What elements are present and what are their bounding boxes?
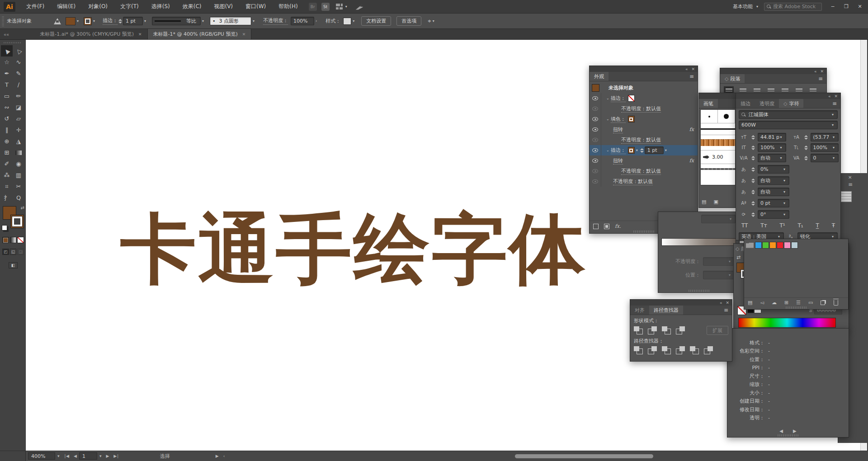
stroke-weight-field[interactable]: 1 pt [123,17,143,25]
swap-fill-stroke-icon[interactable]: ⇄ [21,205,24,210]
gradient-tool[interactable] [13,147,24,158]
menu-item-2[interactable]: 对象(O) [82,0,114,14]
chevron-down-icon[interactable]: ▾ [77,19,79,23]
chevron-down-icon[interactable]: ▾ [833,135,835,139]
appearance-row-2[interactable]: 不透明度：默认值 [590,103,698,114]
document-tab-0[interactable]: 未标题-1.ai* @ 300% (CMYK/GPU 预览)✕ [34,29,147,39]
gradient-type-dropdown[interactable]: ▾ [701,215,736,223]
color-spectrum[interactable] [738,318,836,328]
brush-definition[interactable]: •3 点圆形 [210,17,251,25]
preferences-button[interactable]: 首选项 [396,16,421,26]
close-icon[interactable]: ✕ [820,69,824,74]
chevron-down-icon[interactable]: ▾ [202,19,204,23]
expand-chevron-icon[interactable]: ⌄ [606,117,609,121]
default-fill-stroke-icon[interactable] [2,225,7,230]
font-size-field[interactable]: 44.81 p▾ [758,133,786,141]
char-style-button-5[interactable]: Ŧ [832,222,835,229]
visibility-toggle[interactable] [590,114,601,124]
magic-wand-tool[interactable]: ☆ [1,56,13,68]
menu-item-3[interactable]: 文字(T) [114,0,145,14]
direct-selection-tool[interactable]: △ [13,45,24,56]
close-icon[interactable]: ✕ [691,67,695,71]
brush-charcoal-orange[interactable] [701,135,735,151]
menu-item-8[interactable]: 帮助(H) [272,0,304,14]
proportional-spacing-stepper[interactable] [751,167,755,172]
eyedropper-tool[interactable]: ✐ [1,158,13,169]
insert-space-left-field[interactable]: 自动▾ [758,176,789,185]
expand-chevron-icon[interactable]: ⌄ [606,148,609,152]
swatches-footer-icon-0[interactable]: ▤ [748,300,752,306]
shaper-tool[interactable]: ∾ [1,102,13,113]
stroke-weight-stepper[interactable] [118,19,122,24]
pathfinder-button-1[interactable] [648,346,657,354]
menu-item-6[interactable]: 视图(V) [208,0,239,14]
stroke-color-swatch[interactable] [84,17,92,25]
close-icon[interactable]: ✕ [726,301,729,305]
expand-button[interactable]: 扩展 [707,326,728,335]
appearance-row-0[interactable]: 未选择对象 [590,83,698,93]
new-stroke-icon[interactable] [593,224,599,229]
swatch-library-grid-icon[interactable] [841,191,852,202]
collapse-icon[interactable]: « [814,69,817,74]
tab-pathfinder[interactable]: 路径查找器 [649,306,683,315]
chevron-down-icon[interactable]: ▾ [833,156,835,160]
window-maximize-button[interactable]: ❒ [840,2,853,12]
none-swatch[interactable] [628,95,635,102]
gradient-slider[interactable] [661,238,736,246]
close-icon[interactable]: ✕ [848,175,852,180]
effect-fx-icon[interactable]: fx [689,127,694,132]
puppet-warp-tool[interactable]: ✛ [13,124,24,136]
char-style-button-1[interactable]: Tᴛ [760,222,767,229]
stroke-label[interactable]: 描边： [103,17,118,25]
appearance-row-1[interactable]: ⌄描边： [590,93,698,103]
vertical-scale-field[interactable]: 100%▾ [758,143,786,152]
window-close-button[interactable]: ✕ [854,2,866,12]
swatch-1[interactable] [762,242,769,249]
tracking-stepper[interactable] [804,156,808,160]
character-rotation-field[interactable]: 0°▾ [758,210,789,219]
shape-mode-button-1[interactable] [648,326,657,334]
char-style-button-3[interactable]: T₁ [797,222,803,229]
draw-inside-button[interactable]: ◲ [17,249,24,255]
shape-mode-button-0[interactable] [634,326,643,334]
panel-menu-icon[interactable]: ≡ [832,100,837,107]
stroke-weight-stepper[interactable] [640,148,644,153]
color-mode-button[interactable] [2,237,9,243]
document-tab-1[interactable]: 未标题-1* @ 400% (RGB/GPU 预览)✕ [148,29,252,39]
tab-brushes[interactable]: 画笔 [699,99,718,108]
draw-normal-button[interactable]: ◰ [2,249,9,255]
chevron-down-icon[interactable]: ▾ [780,156,782,160]
menu-item-5[interactable]: 效果(C) [176,0,208,14]
panel-menu-icon[interactable]: ≡ [689,73,694,80]
mesh-tool[interactable]: ⊞ [1,147,13,158]
tab-transparency[interactable]: 透明度 [755,99,779,108]
effect-fx-icon[interactable]: fx [689,158,694,164]
rotate-tool[interactable]: ↺ [1,113,13,124]
type-tool[interactable]: T [1,79,13,90]
chevron-down-icon[interactable]: ▾ [783,201,785,205]
opacity-label[interactable]: 不透明度： [263,17,288,25]
swatches-footer-icon-5[interactable]: ▭ [808,300,813,306]
collapse-icon[interactable]: « [828,94,831,99]
tab-paragraph[interactable]: ◇段落 [720,74,745,83]
visibility-toggle[interactable] [590,155,601,166]
resize-grip[interactable] [778,434,798,437]
pathfinder-button-2[interactable] [662,346,671,354]
gradient-position-field[interactable]: ▾ [703,271,735,279]
swatch-group-folder-icon[interactable] [746,243,754,248]
lasso-tool[interactable]: ∿ [13,56,24,68]
cursor-options-icon[interactable]: ⌖ [428,18,431,25]
fill-color-swatch[interactable] [66,17,75,25]
stock-icon[interactable]: St [321,3,330,11]
pathfinder-button-4[interactable] [690,346,699,354]
swatches-footer-icon-2[interactable]: ☁ [772,300,777,306]
appearance-row-8[interactable]: 不透明度：默认值 [590,166,698,176]
swatch-5[interactable] [791,242,798,249]
first-artboard-icon[interactable]: ∣◀ [62,454,71,458]
swatch-2[interactable] [769,242,776,249]
resize-grip[interactable] [786,306,807,309]
stock-search-input[interactable]: 搜索 Adobe Stock [764,3,822,11]
artwork-text[interactable]: 卡通手绘字体 [103,199,604,301]
chevron-down-icon[interactable]: ▾ [636,148,638,152]
brush-line[interactable] [701,123,735,135]
